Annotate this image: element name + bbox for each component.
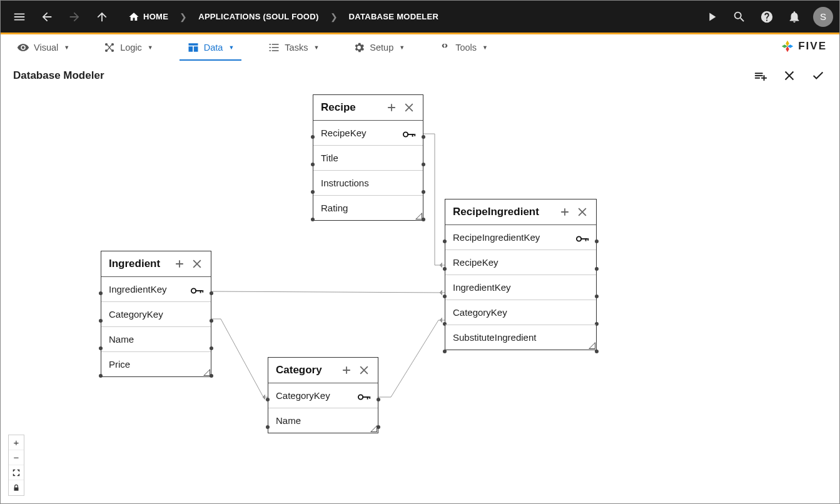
table-field[interactable]: RecipeKey xyxy=(445,250,596,275)
notifications-button[interactable] xyxy=(782,4,807,29)
table-title: Category xyxy=(276,364,335,376)
table-field[interactable]: CategoryKey xyxy=(101,302,211,327)
dropdown-triangle-icon: ▼ xyxy=(64,44,69,51)
port-left[interactable] xyxy=(443,350,447,353)
search-button[interactable] xyxy=(727,4,752,29)
table-ingredient[interactable]: IngredientIngredientKeyCategoryKeyNamePr… xyxy=(101,251,211,377)
dropdown-triangle-icon: ▼ xyxy=(228,44,234,51)
svg-rect-17 xyxy=(580,238,587,239)
resize-handle[interactable] xyxy=(414,211,423,220)
table-category[interactable]: CategoryCategoryKeyName xyxy=(268,357,378,433)
svg-point-8 xyxy=(191,288,196,293)
table-field[interactable]: Title xyxy=(313,146,423,171)
table-field[interactable]: RecipeKey xyxy=(313,121,423,146)
avatar-initial: S xyxy=(820,11,826,22)
add-field-button[interactable] xyxy=(173,258,186,270)
resize-handle[interactable] xyxy=(587,341,596,350)
svg-rect-11 xyxy=(202,290,203,293)
svg-point-16 xyxy=(577,236,581,241)
svg-rect-14 xyxy=(367,396,368,400)
close-icon xyxy=(403,101,415,114)
primary-key-icon xyxy=(576,234,589,241)
back-button[interactable] xyxy=(34,4,59,29)
breadcrumb-database-modeler[interactable]: DATABASE MODELER xyxy=(344,8,444,25)
primary-key-icon xyxy=(403,129,415,137)
table-field[interactable]: IngredientKey xyxy=(101,277,211,302)
table-field[interactable]: SubstituteIngredient xyxy=(445,325,596,350)
add-field-button[interactable] xyxy=(559,206,571,218)
plus-icon xyxy=(385,101,398,114)
table-title: Ingredient xyxy=(109,258,168,270)
field-name: RecipeKey xyxy=(453,257,498,268)
save-button[interactable] xyxy=(809,67,827,84)
svg-rect-18 xyxy=(585,238,587,241)
table-header[interactable]: RecipeIngredient xyxy=(445,199,596,225)
header-right: S xyxy=(699,4,833,29)
breadcrumb-applications[interactable]: APPLICATIONS (SOUL FOOD) xyxy=(193,8,323,25)
arrow-left-icon xyxy=(40,10,54,24)
menu-tasks[interactable]: Tasks ▼ xyxy=(260,36,326,59)
cancel-button[interactable] xyxy=(781,67,798,84)
close-icon xyxy=(358,364,370,376)
zoom-lock-button[interactable] xyxy=(9,480,24,495)
table-field[interactable]: IngredientKey xyxy=(445,275,596,300)
chevron-right-icon: ❯ xyxy=(328,12,340,22)
port-right[interactable] xyxy=(595,350,599,353)
table-field[interactable]: Price xyxy=(101,352,211,376)
close-table-button[interactable] xyxy=(576,206,589,218)
table-header[interactable]: Ingredient xyxy=(101,251,211,277)
table-recipeingredient[interactable]: RecipeIngredientRecipeIngredientKeyRecip… xyxy=(445,199,597,350)
table-header[interactable]: Category xyxy=(268,358,378,383)
field-name: Name xyxy=(276,415,301,426)
table-fields: CategoryKeyName xyxy=(268,383,378,433)
arrow-up-icon xyxy=(95,10,109,24)
table-field[interactable]: CategoryKey xyxy=(445,300,596,325)
table-field[interactable]: Instructions xyxy=(313,171,423,196)
menubar: Visual ▼ Logic ▼ Data ▼ Tasks ▼ Setup ▼ … xyxy=(1,34,839,61)
page-title: Database Modeler xyxy=(13,69,104,82)
close-icon xyxy=(191,258,203,270)
table-recipe[interactable]: RecipeRecipeKeyTitleInstructionsRating xyxy=(313,94,423,221)
menu-visual[interactable]: Visual ▼ xyxy=(9,36,77,59)
menu-tools[interactable]: Tools ▼ xyxy=(431,36,495,59)
table-title: RecipeIngredient xyxy=(453,206,554,218)
field-name: CategoryKey xyxy=(453,307,507,318)
field-name: Rating xyxy=(321,203,348,213)
svg-rect-19 xyxy=(587,238,589,241)
resize-handle[interactable] xyxy=(369,424,378,433)
up-button[interactable] xyxy=(89,4,114,29)
zoom-fit-button[interactable] xyxy=(9,465,24,480)
zoom-out-button[interactable]: − xyxy=(9,450,24,465)
menu-logic[interactable]: Logic ▼ xyxy=(96,36,161,59)
resize-handle[interactable] xyxy=(202,368,211,376)
table-fields: IngredientKeyCategoryKeyNamePrice xyxy=(101,277,211,376)
close-table-button[interactable] xyxy=(191,258,203,270)
close-table-button[interactable] xyxy=(358,364,370,376)
field-name: Instructions xyxy=(321,178,369,188)
play-icon xyxy=(705,10,719,24)
modeler-canvas[interactable]: RecipeRecipeKeyTitleInstructionsRatingIn… xyxy=(1,91,839,503)
menu-data[interactable]: Data ▼ xyxy=(180,36,242,59)
zoom-in-button[interactable]: + xyxy=(9,435,24,450)
playlist-add-icon xyxy=(754,69,767,83)
add-field-button[interactable] xyxy=(385,101,398,114)
hamburger-menu-button[interactable] xyxy=(7,4,32,29)
add-list-button[interactable] xyxy=(752,67,769,84)
table-field[interactable]: Name xyxy=(268,408,378,433)
table-field[interactable]: Name xyxy=(101,327,211,352)
field-name: Title xyxy=(321,153,338,163)
breadcrumb-home[interactable]: HOME xyxy=(123,8,173,26)
menu-setup[interactable]: Setup ▼ xyxy=(345,36,412,59)
page-actions xyxy=(752,67,827,84)
menu-label: Tasks xyxy=(285,43,308,53)
close-table-button[interactable] xyxy=(403,101,415,114)
table-header[interactable]: Recipe xyxy=(313,95,423,121)
add-field-button[interactable] xyxy=(340,364,353,376)
field-name: RecipeKey xyxy=(321,128,367,138)
run-button[interactable] xyxy=(699,4,724,29)
table-field[interactable]: CategoryKey xyxy=(268,383,378,408)
table-field[interactable]: Rating xyxy=(313,196,423,220)
help-button[interactable] xyxy=(754,4,779,29)
avatar[interactable]: S xyxy=(813,7,833,27)
table-field[interactable]: RecipeIngredientKey xyxy=(445,225,596,250)
